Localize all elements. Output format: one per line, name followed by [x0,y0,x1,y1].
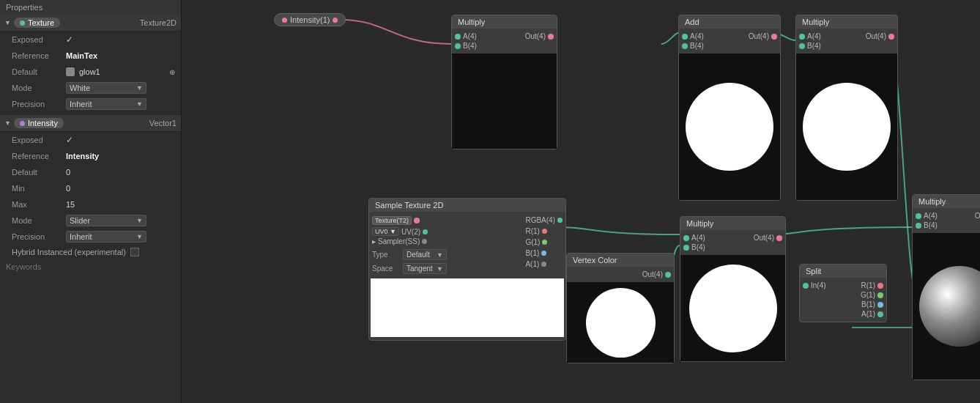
intensity-mode-dropdown[interactable]: Slider ▼ [66,215,146,226]
split-g-dot [877,292,883,298]
intensity-precision-arrow: ▼ [136,233,143,240]
multiply1-port-b: B(4) [452,41,557,51]
vertex-color-node[interactable]: Vertex Color Out(4) [566,253,675,363]
b1-label: B(1) [525,249,539,257]
intensity-exposed-check[interactable]: ✓ [66,135,73,145]
sample-texture-node[interactable]: Sample Texture 2D Texture(T2) UV0 ▼ UV(2… [368,198,566,341]
intensity-pill-node[interactable]: Intensity(1) [274,13,346,26]
multiply2-port-b-label: B(4) [807,42,821,50]
multiply3-port-b: B(4) [680,243,785,252]
add1-out-dot [771,34,777,40]
multiply1-preview [452,53,557,149]
multiply4-preview [913,233,980,380]
multiply1-port-out-label: Out(4) [525,32,546,40]
sample-texture-title: Sample Texture 2D [375,201,443,210]
intensity-pill-dot-right [333,18,338,23]
intensity-default-row: Default 0 [0,164,181,180]
a1-label: A(1) [525,260,539,268]
texture-default-icon[interactable]: ⊕ [169,68,175,76]
multiply1-port-out-dot [548,34,554,40]
r1-dot [542,229,547,234]
add1-port-b-dot [682,43,688,49]
add1-node[interactable]: Add A(4) Out(4) B(4) [678,15,781,201]
multiply3-title: Multiply [686,219,713,228]
intensity-precision-value: Inherit [70,232,92,241]
add1-header: Add [679,15,780,29]
intensity-min-label: Min [12,184,62,193]
add1-port-a-label: A(4) [690,32,704,40]
texture-color-dot[interactable] [66,67,75,76]
type-arrow: ▼ [437,251,443,259]
multiply2-title: Multiply [802,18,829,26]
multiply1-node[interactable]: Multiply A(4) Out(4) B(4) [451,15,557,149]
texture-pill-label: Texture [28,18,54,27]
multiply4-port-b-label: B(4) [924,221,938,229]
texture-mode-value: White [70,84,90,92]
split-g-row: G(1) [800,290,886,300]
intensity-min-value: 0 [66,184,70,193]
vertex-color-body: Out(4) [567,267,674,282]
node-graph[interactable]: Intensity(1) Multiply A(4) Out(4) B [182,0,980,403]
r1-label: R(1) [525,227,539,235]
sampler-dot [422,239,427,244]
intensity-type: Vector1 [149,119,177,127]
multiply3-out-dot [776,235,782,241]
texture-mode-dropdown[interactable]: White ▼ [66,82,146,94]
texture-mode-row: Mode White ▼ [0,80,181,96]
split-g-label: G(1) [861,291,875,299]
split-a-dot [877,311,883,317]
sample-texture-ports-right: RGBA(4) R(1) G(1) B(1) A(1) [525,212,565,278]
split-body: In(4) R(1) G(1) B(1) [800,278,886,322]
uv-badge[interactable]: UV0 ▼ [372,227,399,236]
vertex-color-header: Vertex Color [567,254,674,267]
properties-panel: Properties ▼ Texture Texture2D Exposed ✓… [0,0,182,403]
multiply2-port-a-dot [799,34,805,40]
intensity-default-label: Default [12,168,62,177]
uv-label: UV(2) [401,228,420,236]
rgba-port: RGBA(4) [525,215,563,226]
space-dropdown[interactable]: Tangent ▼ [403,263,447,274]
keywords-row: Keywords [0,259,181,274]
texture-precision-label: Precision [12,100,62,108]
multiply2-node[interactable]: Multiply A(4) Out(4) B(4) [795,15,898,201]
multiply1-body: A(4) Out(4) B(4) [452,29,557,53]
split-b-label: B(1) [861,300,875,308]
split-r-label: R(1) [861,281,875,289]
type-row: Type Default ▼ [369,248,525,262]
sample-texture-content: Texture(T2) UV0 ▼ UV(2) ▸ Sampler(SS) Ty… [369,212,565,278]
type-dropdown[interactable]: Default ▼ [403,249,447,260]
intensity-node-pill[interactable]: Intensity [14,118,64,128]
vertex-out-dot [665,272,671,278]
texture-exposed-label: Exposed [12,35,62,44]
multiply2-out-dot [888,34,894,40]
add1-title: Add [685,18,699,26]
multiply4-header: Multiply [913,195,980,208]
intensity-precision-dropdown[interactable]: Inherit ▼ [66,231,146,243]
b1-port: B(1) [525,248,563,259]
space-arrow: ▼ [437,265,443,273]
texture-mode-arrow: ▼ [136,84,143,92]
sample-texture-preview [371,278,564,337]
multiply3-body: A(4) Out(4) B(4) [680,230,785,255]
intensity-section-header[interactable]: ▼ Intensity Vector1 [0,115,181,132]
g1-dot [542,240,547,245]
add1-circle [686,83,773,171]
split-a-label: A(1) [861,310,875,318]
texture-node-pill[interactable]: Texture [14,18,60,28]
multiply4-node[interactable]: Multiply A(4) Out(4) B(4) [912,194,980,380]
multiply4-out-label: Out(4) [975,212,980,220]
multiply3-node[interactable]: Multiply A(4) Out(4) B(4) [680,216,786,362]
hybrid-checkbox[interactable] [130,248,139,256]
intensity-reference-value: Intensity [66,152,99,160]
g1-label: G(1) [525,238,540,246]
split-node[interactable]: Split In(4) R(1) G(1) [799,264,887,322]
multiply4-port-a: A(4) Out(4) [913,211,980,221]
split-in-label: In(4) [811,281,826,289]
add1-port-b: B(4) [679,41,780,51]
texture-mode-label: Mode [12,84,62,92]
texture-exposed-check[interactable]: ✓ [66,34,73,45]
texture-section-header[interactable]: ▼ Texture Texture2D [0,15,181,32]
texture-precision-dropdown[interactable]: Inherit ▼ [66,98,146,110]
multiply4-port-b-dot [916,223,921,229]
vertex-color-out-row: Out(4) [567,270,674,279]
